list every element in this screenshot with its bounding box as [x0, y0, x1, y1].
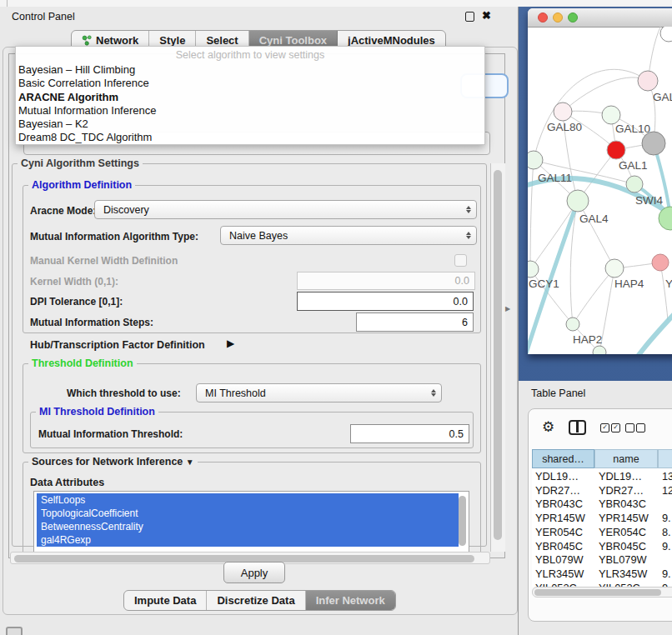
table-hscrollbar-thumb[interactable] — [534, 589, 661, 596]
algorithm-definition-title: Algorithm Definition — [28, 179, 135, 191]
aracne-mode-label: Aracne Mode: — [30, 205, 96, 217]
unchecked-box-icon — [625, 423, 634, 432]
network-window-titlebar[interactable] — [528, 8, 672, 28]
mi-steps-field[interactable] — [356, 312, 474, 332]
dropdown-item-mutual-information[interactable]: Mutual Information Inference — [16, 104, 484, 118]
tab-infer-network[interactable]: Infer Network — [306, 591, 395, 610]
columns-icon[interactable] — [569, 420, 586, 435]
node-gcy1[interactable] — [528, 261, 539, 278]
mi-algorithm-type-combo[interactable]: Naive Bayes — [220, 226, 477, 245]
hub-section-label[interactable]: Hub/Transcription Factor Definition — [30, 339, 205, 351]
cyni-algorithm-settings-title: Cyni Algorithm Settings — [18, 158, 143, 169]
node-gray[interactable] — [642, 132, 665, 155]
node-gal1-selected[interactable] — [607, 141, 625, 159]
close-icon[interactable]: ✖ — [482, 9, 491, 22]
node-hap2[interactable] — [566, 318, 579, 331]
dropdown-item-bayesian-k2[interactable]: Bayesian – K2 — [16, 118, 484, 131]
table-row[interactable]: YPR145WYPR145W9. — [532, 512, 672, 526]
splitter-arrow-icon[interactable]: ▶ — [505, 305, 510, 312]
float-icon[interactable] — [465, 12, 474, 22]
stepper-icon — [466, 206, 471, 213]
mi-threshold-field[interactable] — [350, 424, 469, 443]
settings-vscrollbar[interactable] — [490, 163, 505, 552]
node-hap4[interactable] — [605, 259, 624, 278]
node-label-gal: GAL — [653, 91, 672, 103]
node-salmon[interactable] — [652, 254, 669, 271]
node-label-hap2: HAP2 — [573, 333, 602, 346]
manual-kernel-label: Manual Kernel Width Definition — [30, 255, 178, 267]
table-row[interactable]: YBR045CYBR045C9. — [532, 540, 672, 554]
table-row[interactable]: YBR043CYBR043C — [532, 498, 672, 512]
unchecked-box-icon — [636, 423, 645, 432]
node-swi4[interactable] — [626, 176, 643, 192]
data-attributes-list: SelfLoops TopologicalCoefficient Between… — [33, 491, 469, 552]
table-grid: shared… name YDL19…YDL19…13 YDR27…YDR27…… — [532, 449, 672, 587]
select-all-checks-icon[interactable]: ✓ ✓ — [600, 423, 620, 432]
node-label-gal11: GAL11 — [538, 172, 572, 184]
node-gal4[interactable] — [567, 190, 589, 212]
mi-algorithm-type-label: Mutual Information Algorithm Type: — [30, 231, 198, 242]
column-header-name[interactable]: name — [594, 449, 658, 468]
dropdown-item-bayesian-hill[interactable]: Bayesian – Hill Climbing — [16, 63, 484, 77]
attr-item-topologicalcoefficient[interactable]: TopologicalCoefficient — [37, 507, 459, 520]
node-gal10[interactable] — [602, 106, 620, 124]
dropdown-item-basic-correlation[interactable]: Basic Correlation Inference — [16, 77, 484, 90]
node-gal80[interactable] — [554, 102, 572, 121]
stepper-icon — [466, 232, 471, 239]
data-attributes-label: Data Attributes — [30, 477, 104, 488]
expand-arrow-icon[interactable]: ▶ — [227, 338, 234, 349]
node-label-hap4: HAP4 — [614, 278, 644, 290]
table-row[interactable]: YDL19…YDL19…13 — [532, 470, 672, 484]
column-header-shared[interactable]: shared… — [532, 449, 594, 468]
kernel-width-field[interactable] — [297, 272, 475, 290]
clear-checks-icon[interactable] — [625, 423, 645, 432]
tab-impute-data[interactable]: Impute Data — [124, 591, 207, 610]
dpi-tolerance-field[interactable] — [297, 292, 474, 311]
gear-icon[interactable]: ⚙ — [542, 418, 554, 436]
aracne-mode-combo[interactable]: Discovery — [94, 200, 477, 219]
network-canvas[interactable]: GAL GAL80 GAL10 GAL1 GAL11 SWI4 GAL4 GCY… — [528, 27, 672, 354]
attr-list-scrollbar[interactable] — [459, 496, 466, 546]
attr-item-gal4rgexp[interactable]: gal4RGexp — [37, 533, 459, 547]
apply-button[interactable]: Apply — [223, 562, 285, 583]
control-panel-titlebar: Control Panel ✖ — [0, 7, 518, 28]
bottom-left-partial-icon[interactable] — [6, 627, 23, 635]
algorithm-dropdown-popup: Select algorithm to view settings Bayesi… — [15, 46, 485, 145]
network-window: GAL GAL80 GAL10 GAL1 GAL11 SWI4 GAL4 GCY… — [528, 8, 672, 354]
aracne-mode-value: Discovery — [103, 204, 149, 216]
kernel-width-label: Kernel Width (0,1): — [30, 276, 118, 288]
table-row[interactable]: YER054CYER054C8. — [532, 526, 672, 540]
node-label-swi4: SWI4 — [635, 194, 663, 207]
dropdown-item-aracne[interactable]: ARACNE Algorithm — [16, 91, 484, 104]
attr-item-selfloops[interactable]: SelfLoops — [37, 493, 459, 507]
table-hscrollbar[interactable] — [532, 587, 672, 598]
dropdown-item-dream8[interactable]: Dream8 DC_TDC Algorithm — [16, 131, 484, 144]
minimize-traffic-light[interactable] — [553, 12, 563, 22]
column-header-partial[interactable] — [658, 449, 672, 468]
which-threshold-combo[interactable]: MI Threshold — [196, 383, 442, 402]
table-row[interactable]: YDR27…YDR27…12 — [532, 484, 672, 498]
node-label-gcy1: GCY1 — [529, 278, 559, 290]
zoom-traffic-light[interactable] — [568, 12, 578, 22]
node-gal11[interactable] — [528, 151, 543, 169]
table-row[interactable]: YLR345WYLR345W9. — [532, 568, 672, 582]
node-label-gal4: GAL4 — [579, 212, 609, 225]
node-partial-top[interactable] — [660, 27, 672, 42]
table-container: ⚙ ✓ ✓ shared… name — [528, 408, 672, 622]
mi-algorithm-type-value: Naive Bayes — [229, 230, 288, 242]
collapse-arrow-icon: ▼ — [186, 458, 194, 467]
table-row[interactable]: YBL079WYBL079W — [532, 553, 672, 568]
table-toolbar: ⚙ ✓ ✓ — [529, 409, 672, 448]
node-gal-pink[interactable] — [638, 71, 658, 91]
tab-discretize-data[interactable]: Discretize Data — [207, 591, 305, 610]
table-panel-title: Table Panel — [531, 388, 585, 399]
node-label-gal10: GAL10 — [615, 122, 650, 135]
manual-kernel-checkbox[interactable] — [454, 254, 467, 267]
sources-title[interactable]: Sources for Network Inference ▼ — [28, 456, 198, 468]
threshold-definition-title: Threshold Definition — [28, 358, 137, 369]
settings-vscrollbar-thumb[interactable] — [494, 170, 502, 540]
attr-item-betweennesscentrality[interactable]: BetweennessCentrality — [37, 520, 459, 533]
close-traffic-light[interactable] — [538, 12, 548, 22]
node-label-gal1: GAL1 — [619, 159, 648, 172]
checked-box-icon: ✓ — [611, 423, 620, 432]
